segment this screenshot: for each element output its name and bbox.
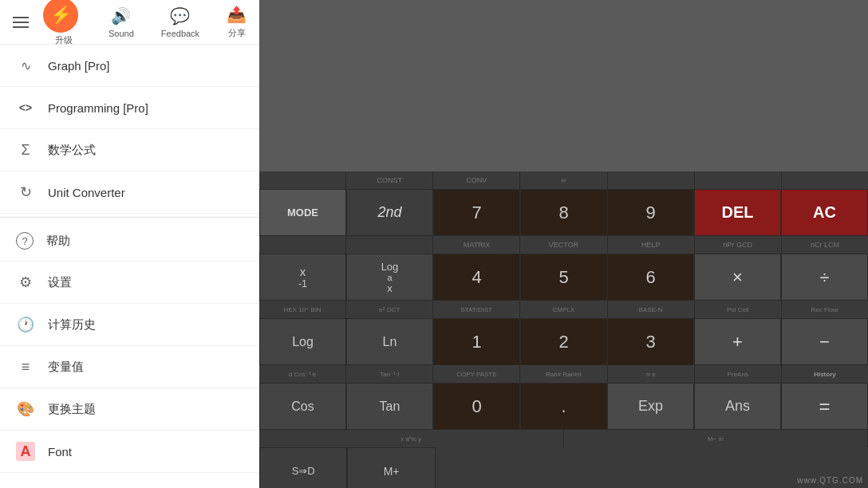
sidebar-item-math[interactable]: Σ 数学公式 — [0, 129, 259, 171]
sidebar-item-math-label: 数学公式 — [48, 143, 96, 158]
history-icon: 🕐 — [16, 315, 35, 334]
calc-btn-4[interactable]: 4 — [433, 254, 520, 301]
sidebar-item-settings[interactable]: ⚙ 设置 — [0, 262, 259, 304]
calc-row-5: S⇒D M+ — [259, 447, 868, 488]
sidebar-item-theme[interactable]: 🎨 更换主题 — [0, 388, 259, 431]
calc-btn-logax[interactable]: Logax — [346, 254, 433, 301]
calc-btn-multiply[interactable]: × — [694, 254, 781, 301]
calc-btn-mplus[interactable]: M+ — [347, 447, 435, 488]
calc-btn-3[interactable]: 3 — [607, 318, 694, 365]
programming-icon: <> — [16, 98, 35, 117]
calc-btn-ln[interactable]: Ln — [346, 318, 433, 365]
settings-icon: ⚙ — [16, 273, 35, 292]
sidebar-item-programming[interactable]: <> Programming [Pro] — [0, 87, 259, 129]
calc-label-row-5: x aᵇ/c y M− m — [259, 430, 868, 447]
feedback-icon: 💬 — [170, 6, 190, 26]
sidebar-item-graph-label: Graph [Pro] — [48, 59, 110, 73]
calc-btn-mode[interactable]: MODE — [259, 189, 346, 236]
sidebar-item-font[interactable]: A Font — [0, 431, 259, 473]
calc-btn-minus[interactable]: − — [781, 318, 868, 365]
share-label: 分享 — [228, 27, 246, 39]
feedback-button[interactable]: 💬 Feedback — [152, 2, 209, 43]
calc-label-row-3: HEX 10ˣ BIN e² OCT STAT/DIST CMPLX BASE-… — [259, 301, 868, 318]
calc-btn-8[interactable]: 8 — [520, 189, 607, 236]
share-icon: 📤 — [227, 5, 247, 24]
unit-converter-icon: ↻ — [16, 183, 35, 202]
calc-row-4: Cos Tan 0 . Exp Ans = — [259, 383, 868, 430]
sidebar-item-font-label: Font — [48, 445, 72, 458]
calc-btn-0[interactable]: 0 — [433, 383, 520, 430]
calc-btn-equals[interactable]: = — [781, 383, 868, 430]
calc-buttons: CONST CONV ∞ MODE 2nd 7 8 9 DEL AC MATRI… — [259, 171, 868, 488]
calc-label-row-2: MATRIX VECTOR HELP nPr GCD nCr LCM — [259, 236, 868, 254]
calc-btn-del[interactable]: DEL — [694, 189, 781, 236]
font-icon: A — [16, 442, 35, 461]
watermark: www.QTG.COM — [797, 476, 863, 485]
sidebar: ⚡ 升级 🔊 Sound 💬 Feedback 📤 分享 📺 评价应用 ∿ — [0, 0, 259, 488]
lightning-icon: ⚡ — [50, 5, 72, 26]
calc-label-row-1: CONST CONV ∞ — [259, 171, 868, 189]
upgrade-button[interactable]: ⚡ 升级 — [37, 0, 91, 49]
sidebar-item-graph[interactable]: ∿ Graph [Pro] — [0, 45, 259, 87]
menu-divider-1 — [0, 217, 259, 218]
sidebar-top-bar: ⚡ 升级 🔊 Sound 💬 Feedback 📤 分享 📺 评价应用 — [0, 0, 259, 45]
calc-btn-xinv[interactable]: x-1 — [259, 254, 346, 301]
calc-btn-plus[interactable]: + — [694, 318, 781, 365]
math-icon: Σ — [16, 140, 35, 159]
sidebar-item-variables[interactable]: ≡ 变量值 — [0, 346, 259, 388]
graph-icon: ∿ — [16, 56, 35, 75]
calc-label-row-4: d Cos⁻¹ e Tan⁻¹ f COPY PASTE Ran# RanInt… — [259, 365, 868, 383]
calc-btn-tan[interactable]: Tan — [346, 383, 433, 430]
sidebar-item-unit-converter[interactable]: ↻ Unit Converter — [0, 171, 259, 214]
feedback-label: Feedback — [161, 29, 199, 38]
calc-btn-ans[interactable]: Ans — [694, 383, 781, 430]
sidebar-item-calc-history-label: 计算历史 — [48, 317, 96, 333]
calc-btn-2nd[interactable]: 2nd — [346, 189, 433, 236]
calc-row-3: Log Ln 1 2 3 + − — [259, 318, 868, 365]
calc-btn-std[interactable]: S⇒D — [259, 447, 347, 488]
sidebar-item-settings-label: 设置 — [48, 275, 72, 290]
sound-label: Sound — [108, 29, 134, 38]
calc-btn-ac[interactable]: AC — [781, 189, 868, 236]
sidebar-menu: ∿ Graph [Pro] <> Programming [Pro] Σ 数学公… — [0, 45, 259, 488]
sidebar-item-help-label: 帮助 — [46, 234, 70, 249]
sidebar-item-calc-history[interactable]: 🕐 计算历史 — [0, 304, 259, 346]
sidebar-item-unit-converter-label: Unit Converter — [48, 186, 125, 199]
calc-row-2: x-1 Logax 4 5 6 × ÷ — [259, 254, 868, 301]
calculator-area: CONST CONV ∞ MODE 2nd 7 8 9 DEL AC MATRI… — [259, 0, 868, 488]
hamburger-menu-icon[interactable] — [13, 13, 29, 32]
sidebar-item-variables-label: 变量值 — [48, 360, 84, 375]
sidebar-item-help[interactable]: ? 帮助 — [0, 221, 259, 262]
calc-btn-7[interactable]: 7 — [433, 189, 520, 236]
variables-icon: ≡ — [16, 357, 35, 376]
calc-btn-2[interactable]: 2 — [520, 318, 607, 365]
calc-btn-5[interactable]: 5 — [520, 254, 607, 301]
sidebar-item-programming-label: Programming [Pro] — [48, 101, 148, 115]
calc-btn-1[interactable]: 1 — [433, 318, 520, 365]
calc-btn-decimal[interactable]: . — [520, 383, 607, 430]
calc-display — [259, 0, 868, 175]
sidebar-item-theme-label: 更换主题 — [48, 402, 96, 417]
calc-btn-cos[interactable]: Cos — [259, 383, 346, 430]
calc-btn-6[interactable]: 6 — [607, 254, 694, 301]
calc-btn-9[interactable]: 9 — [607, 189, 694, 236]
sound-icon: 🔊 — [111, 6, 131, 26]
help-icon: ? — [16, 232, 34, 250]
calc-btn-exp[interactable]: Exp — [607, 383, 694, 430]
calc-btn-divide[interactable]: ÷ — [781, 254, 868, 301]
share-button[interactable]: 📤 分享 — [217, 0, 256, 44]
sound-button[interactable]: 🔊 Sound — [99, 2, 144, 43]
calc-btn-log[interactable]: Log — [259, 318, 346, 365]
theme-icon: 🎨 — [16, 399, 35, 419]
calc-row-1: MODE 2nd 7 8 9 DEL AC — [259, 189, 868, 236]
